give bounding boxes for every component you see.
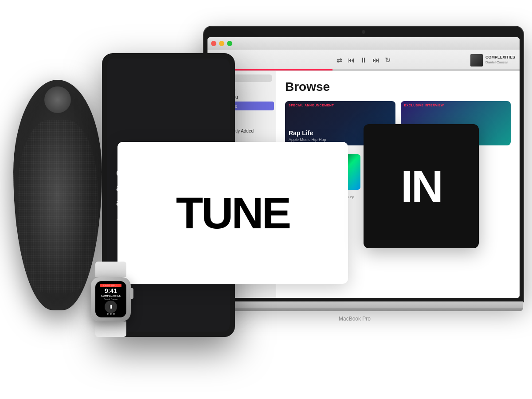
macbook-foot — [186, 308, 523, 311]
watch-artist: Daniel Caesar — [101, 298, 121, 301]
watch-dot-1 — [107, 313, 109, 315]
watch-time: 9:41 — [105, 287, 117, 294]
watch-play-button[interactable]: ⏸ — [105, 301, 117, 313]
tunein-in-card: IN — [364, 124, 479, 248]
browse-title: Browse — [285, 80, 511, 94]
now-playing-artist: Daniel Caesar — [485, 60, 515, 65]
watch-crown — [130, 288, 133, 299]
watch-dot-2 — [110, 313, 112, 315]
next-button[interactable]: ⏭ — [372, 56, 379, 64]
progress-bar[interactable] — [207, 69, 520, 70]
now-playing-info: COMPLEXITIES Daniel Caesar — [485, 55, 515, 65]
music-controls-bar: ⇄ ⏮ ⏸ ⏭ ↻ COMPLEXITIES Daniel Caesar — [207, 50, 520, 71]
watch-band-bottom — [95, 321, 126, 337]
apple-watch-device: CASE STU... 9:41 COMPLEXITIES Daniel Cae… — [82, 262, 140, 350]
card-badge-1: SPECIAL ANNOUNCEMENT — [289, 104, 334, 107]
card-title-1: Rap Life — [289, 129, 313, 137]
watch-song-info: COMPLEXITIES Daniel Caesar — [101, 294, 121, 300]
watch-band-top — [95, 262, 126, 277]
shuffle-button[interactable]: ⇄ — [336, 56, 342, 64]
watch-screen: CASE STU... 9:41 COMPLEXITIES Daniel Cae… — [95, 281, 126, 317]
play-pause-button[interactable]: ⏸ — [360, 56, 367, 64]
watch-case: CASE STU... 9:41 COMPLEXITIES Daniel Cae… — [91, 277, 131, 321]
macbook-camera — [362, 30, 365, 34]
watch-case-label: CASE STU... — [100, 284, 121, 287]
watch-dots — [107, 313, 115, 315]
tunein-tune-card: TUNE — [117, 142, 348, 284]
repeat-button[interactable]: ↻ — [385, 56, 391, 64]
close-button[interactable] — [211, 41, 216, 46]
tunein-tune-text: TUNE — [176, 188, 289, 239]
card-badge-2: EXCLUSIVE INTERVIEW — [404, 104, 444, 107]
now-playing-art — [470, 54, 483, 66]
watch-song-title: COMPLEXITIES — [101, 294, 121, 297]
music-titlebar — [207, 37, 520, 50]
now-playing-mini: COMPLEXITIES Daniel Caesar — [470, 54, 515, 66]
watch-dot-3 — [113, 313, 115, 315]
prev-button[interactable]: ⏮ — [348, 56, 355, 64]
tunein-in-text: IN — [401, 161, 442, 212]
main-scene: ⇄ ⏮ ⏸ ⏭ ↻ COMPLEXITIES Daniel Caesar — [0, 0, 532, 399]
minimize-button[interactable] — [219, 41, 224, 46]
maximize-button[interactable] — [227, 41, 232, 46]
now-playing-title: COMPLEXITIES — [485, 55, 515, 60]
card-subtitle-1: Apple Music Hip-Hop — [289, 137, 326, 142]
